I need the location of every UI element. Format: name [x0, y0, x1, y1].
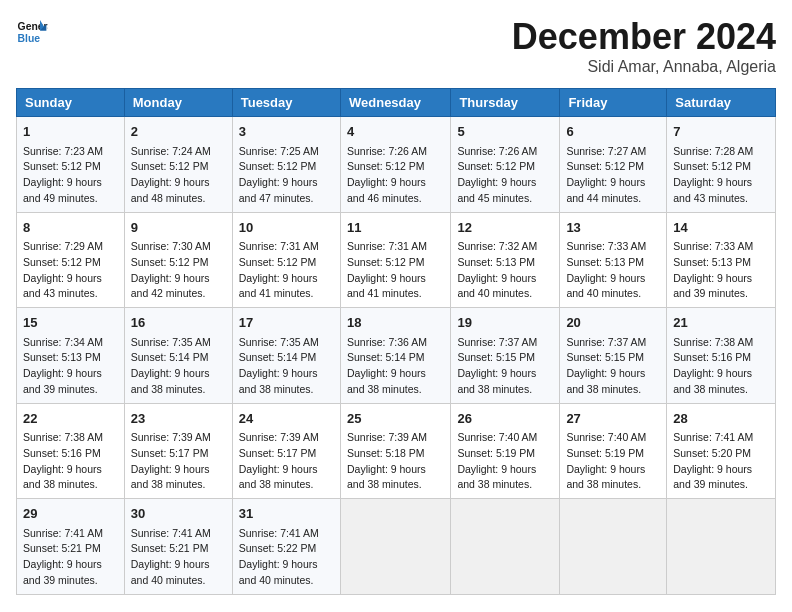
day-number: 12: [457, 218, 553, 238]
day-number: 31: [239, 504, 334, 524]
cell-info: Sunrise: 7:26 AMSunset: 5:12 PMDaylight:…: [347, 144, 444, 207]
calendar-cell: 4Sunrise: 7:26 AMSunset: 5:12 PMDaylight…: [340, 117, 450, 213]
logo-icon: General Blue: [16, 16, 48, 48]
calendar-cell: 27Sunrise: 7:40 AMSunset: 5:19 PMDayligh…: [560, 403, 667, 499]
calendar-cell: 24Sunrise: 7:39 AMSunset: 5:17 PMDayligh…: [232, 403, 340, 499]
cell-info: Sunrise: 7:41 AMSunset: 5:21 PMDaylight:…: [23, 526, 118, 589]
calendar-week-row: 8Sunrise: 7:29 AMSunset: 5:12 PMDaylight…: [17, 212, 776, 308]
cell-info: Sunrise: 7:39 AMSunset: 5:18 PMDaylight:…: [347, 430, 444, 493]
cell-info: Sunrise: 7:36 AMSunset: 5:14 PMDaylight:…: [347, 335, 444, 398]
title-block: December 2024 Sidi Amar, Annaba, Algeria: [512, 16, 776, 76]
day-number: 6: [566, 122, 660, 142]
page-header: General Blue December 2024 Sidi Amar, An…: [16, 16, 776, 76]
day-number: 8: [23, 218, 118, 238]
calendar-cell: 11Sunrise: 7:31 AMSunset: 5:12 PMDayligh…: [340, 212, 450, 308]
calendar-cell: 2Sunrise: 7:24 AMSunset: 5:12 PMDaylight…: [124, 117, 232, 213]
day-number: 14: [673, 218, 769, 238]
day-number: 24: [239, 409, 334, 429]
calendar-cell: 16Sunrise: 7:35 AMSunset: 5:14 PMDayligh…: [124, 308, 232, 404]
calendar-cell: [451, 499, 560, 595]
calendar-cell: [340, 499, 450, 595]
day-number: 9: [131, 218, 226, 238]
cell-info: Sunrise: 7:24 AMSunset: 5:12 PMDaylight:…: [131, 144, 226, 207]
cell-info: Sunrise: 7:37 AMSunset: 5:15 PMDaylight:…: [566, 335, 660, 398]
calendar-week-row: 15Sunrise: 7:34 AMSunset: 5:13 PMDayligh…: [17, 308, 776, 404]
cell-info: Sunrise: 7:41 AMSunset: 5:20 PMDaylight:…: [673, 430, 769, 493]
calendar-cell: 26Sunrise: 7:40 AMSunset: 5:19 PMDayligh…: [451, 403, 560, 499]
day-number: 26: [457, 409, 553, 429]
day-number: 18: [347, 313, 444, 333]
cell-info: Sunrise: 7:41 AMSunset: 5:22 PMDaylight:…: [239, 526, 334, 589]
day-number: 30: [131, 504, 226, 524]
day-number: 25: [347, 409, 444, 429]
day-number: 11: [347, 218, 444, 238]
weekday-header-tuesday: Tuesday: [232, 89, 340, 117]
weekday-header-friday: Friday: [560, 89, 667, 117]
day-number: 21: [673, 313, 769, 333]
calendar-cell: [667, 499, 776, 595]
calendar-cell: 9Sunrise: 7:30 AMSunset: 5:12 PMDaylight…: [124, 212, 232, 308]
location-subtitle: Sidi Amar, Annaba, Algeria: [512, 58, 776, 76]
day-number: 16: [131, 313, 226, 333]
cell-info: Sunrise: 7:28 AMSunset: 5:12 PMDaylight:…: [673, 144, 769, 207]
day-number: 23: [131, 409, 226, 429]
day-number: 10: [239, 218, 334, 238]
calendar-cell: 10Sunrise: 7:31 AMSunset: 5:12 PMDayligh…: [232, 212, 340, 308]
cell-info: Sunrise: 7:34 AMSunset: 5:13 PMDaylight:…: [23, 335, 118, 398]
cell-info: Sunrise: 7:38 AMSunset: 5:16 PMDaylight:…: [673, 335, 769, 398]
cell-info: Sunrise: 7:40 AMSunset: 5:19 PMDaylight:…: [457, 430, 553, 493]
calendar-cell: 25Sunrise: 7:39 AMSunset: 5:18 PMDayligh…: [340, 403, 450, 499]
weekday-header-wednesday: Wednesday: [340, 89, 450, 117]
calendar-body: 1Sunrise: 7:23 AMSunset: 5:12 PMDaylight…: [17, 117, 776, 595]
cell-info: Sunrise: 7:33 AMSunset: 5:13 PMDaylight:…: [673, 239, 769, 302]
day-number: 4: [347, 122, 444, 142]
calendar-cell: 5Sunrise: 7:26 AMSunset: 5:12 PMDaylight…: [451, 117, 560, 213]
calendar-cell: 28Sunrise: 7:41 AMSunset: 5:20 PMDayligh…: [667, 403, 776, 499]
calendar-cell: 13Sunrise: 7:33 AMSunset: 5:13 PMDayligh…: [560, 212, 667, 308]
cell-info: Sunrise: 7:31 AMSunset: 5:12 PMDaylight:…: [347, 239, 444, 302]
day-number: 17: [239, 313, 334, 333]
cell-info: Sunrise: 7:30 AMSunset: 5:12 PMDaylight:…: [131, 239, 226, 302]
calendar-cell: 8Sunrise: 7:29 AMSunset: 5:12 PMDaylight…: [17, 212, 125, 308]
calendar-cell: 15Sunrise: 7:34 AMSunset: 5:13 PMDayligh…: [17, 308, 125, 404]
calendar-header: SundayMondayTuesdayWednesdayThursdayFrid…: [17, 89, 776, 117]
cell-info: Sunrise: 7:41 AMSunset: 5:21 PMDaylight:…: [131, 526, 226, 589]
day-number: 7: [673, 122, 769, 142]
calendar-cell: 19Sunrise: 7:37 AMSunset: 5:15 PMDayligh…: [451, 308, 560, 404]
logo: General Blue: [16, 16, 48, 48]
day-number: 28: [673, 409, 769, 429]
weekday-header-sunday: Sunday: [17, 89, 125, 117]
calendar-cell: 1Sunrise: 7:23 AMSunset: 5:12 PMDaylight…: [17, 117, 125, 213]
calendar-week-row: 29Sunrise: 7:41 AMSunset: 5:21 PMDayligh…: [17, 499, 776, 595]
cell-info: Sunrise: 7:38 AMSunset: 5:16 PMDaylight:…: [23, 430, 118, 493]
calendar-cell: 17Sunrise: 7:35 AMSunset: 5:14 PMDayligh…: [232, 308, 340, 404]
cell-info: Sunrise: 7:32 AMSunset: 5:13 PMDaylight:…: [457, 239, 553, 302]
calendar-cell: 29Sunrise: 7:41 AMSunset: 5:21 PMDayligh…: [17, 499, 125, 595]
cell-info: Sunrise: 7:25 AMSunset: 5:12 PMDaylight:…: [239, 144, 334, 207]
calendar-cell: 12Sunrise: 7:32 AMSunset: 5:13 PMDayligh…: [451, 212, 560, 308]
day-number: 29: [23, 504, 118, 524]
calendar-week-row: 1Sunrise: 7:23 AMSunset: 5:12 PMDaylight…: [17, 117, 776, 213]
day-number: 20: [566, 313, 660, 333]
calendar-cell: 18Sunrise: 7:36 AMSunset: 5:14 PMDayligh…: [340, 308, 450, 404]
cell-info: Sunrise: 7:40 AMSunset: 5:19 PMDaylight:…: [566, 430, 660, 493]
svg-text:Blue: Blue: [18, 33, 41, 44]
day-number: 15: [23, 313, 118, 333]
cell-info: Sunrise: 7:31 AMSunset: 5:12 PMDaylight:…: [239, 239, 334, 302]
calendar-week-row: 22Sunrise: 7:38 AMSunset: 5:16 PMDayligh…: [17, 403, 776, 499]
day-number: 2: [131, 122, 226, 142]
day-number: 19: [457, 313, 553, 333]
cell-info: Sunrise: 7:39 AMSunset: 5:17 PMDaylight:…: [131, 430, 226, 493]
cell-info: Sunrise: 7:33 AMSunset: 5:13 PMDaylight:…: [566, 239, 660, 302]
cell-info: Sunrise: 7:35 AMSunset: 5:14 PMDaylight:…: [239, 335, 334, 398]
day-number: 22: [23, 409, 118, 429]
cell-info: Sunrise: 7:29 AMSunset: 5:12 PMDaylight:…: [23, 239, 118, 302]
day-number: 27: [566, 409, 660, 429]
weekday-header-thursday: Thursday: [451, 89, 560, 117]
weekday-header-row: SundayMondayTuesdayWednesdayThursdayFrid…: [17, 89, 776, 117]
calendar-cell: 6Sunrise: 7:27 AMSunset: 5:12 PMDaylight…: [560, 117, 667, 213]
calendar-table: SundayMondayTuesdayWednesdayThursdayFrid…: [16, 88, 776, 595]
cell-info: Sunrise: 7:23 AMSunset: 5:12 PMDaylight:…: [23, 144, 118, 207]
calendar-cell: [560, 499, 667, 595]
calendar-cell: 14Sunrise: 7:33 AMSunset: 5:13 PMDayligh…: [667, 212, 776, 308]
